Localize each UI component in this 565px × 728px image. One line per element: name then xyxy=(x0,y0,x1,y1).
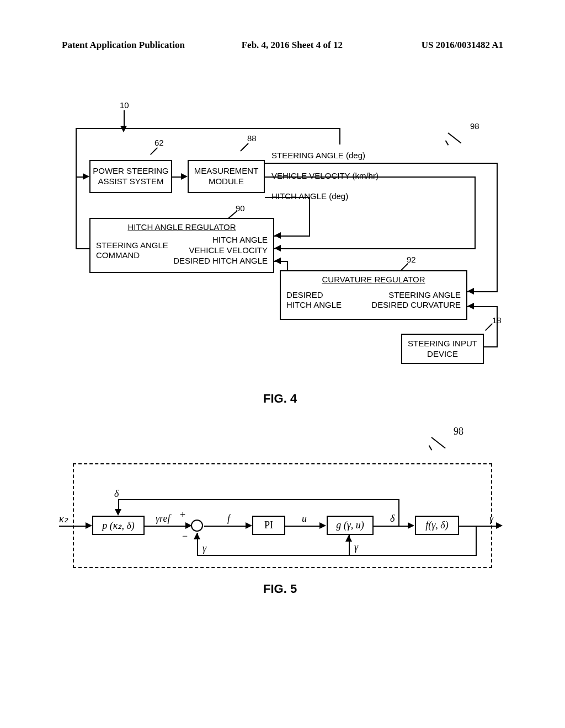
minus-label: − xyxy=(182,531,188,542)
gamma-fb-sum-arrow xyxy=(194,533,200,539)
gamma-fb-sum-label: γ xyxy=(202,543,206,554)
sid-line1: STEERING INPUT xyxy=(408,339,477,349)
mm-line1: MEASUREMENT xyxy=(194,166,259,176)
pi-to-g xyxy=(285,526,319,527)
gamma-out-label: γ xyxy=(489,513,493,524)
cmd-into-ps-arrow xyxy=(83,173,89,180)
k2-line xyxy=(59,526,87,527)
fig4-caption: FIG. 4 xyxy=(263,392,297,406)
cmd-out-h xyxy=(76,248,89,249)
hitch-left-2: COMMAND xyxy=(96,250,168,261)
k2-arrow xyxy=(86,522,92,529)
measurement-module-box: MEASUREMENT MODULE xyxy=(188,160,265,193)
p-function-box: p (κ₂, δ) xyxy=(92,516,145,535)
fig5-caption: FIG. 5 xyxy=(263,582,297,596)
g-to-f xyxy=(374,526,408,527)
f-function-box: f(γ, δ) xyxy=(415,516,459,535)
meas-out-steering: STEERING ANGLE (deg) xyxy=(271,151,365,160)
hitch-left-1: STEERING ANGLE xyxy=(96,240,168,251)
pi-to-g-arrow xyxy=(319,522,326,529)
curv-left-1: DESIRED xyxy=(286,290,342,301)
pi-label: PI xyxy=(264,520,273,531)
lead-92-line xyxy=(401,263,408,271)
curv-in-desired-arrow xyxy=(467,303,474,309)
label-88: 88 xyxy=(247,133,257,143)
pi-controller-box: PI xyxy=(252,516,285,535)
cmd-out-v xyxy=(76,128,77,249)
ps-to-mm-line xyxy=(172,176,182,178)
u-label: u xyxy=(302,513,307,524)
delta-right-v xyxy=(398,499,399,527)
label-92: 92 xyxy=(407,255,416,264)
plus-label: + xyxy=(180,509,185,521)
meas-out-velocity: VEHICLE VELOCITY (km/hr) xyxy=(271,171,379,180)
curv-right-2: DESIRED CURVATURE xyxy=(371,300,461,311)
trunk-hitch xyxy=(309,197,310,235)
steering-input-device-box: STEERING INPUT DEVICE xyxy=(401,334,484,364)
sid-out-v xyxy=(497,334,498,347)
label-18: 18 xyxy=(492,315,502,325)
cmd-out-topright xyxy=(339,128,340,144)
delta-mid-label: δ xyxy=(390,513,395,524)
header-left: Patent Application Publication xyxy=(62,40,185,51)
lead-10-line xyxy=(124,110,125,127)
trunk-velocity xyxy=(475,176,476,249)
sum-to-pi xyxy=(204,526,246,527)
gammaref-label: γref xyxy=(156,513,170,524)
hitch-in-3-arrow xyxy=(274,258,281,264)
lead-18-line xyxy=(485,323,493,331)
header-right: US 2016/0031482 A1 xyxy=(422,40,503,51)
delta-top-label: δ xyxy=(114,488,119,500)
gamma-fb-g-label: γ xyxy=(354,542,358,553)
label-98: 98 xyxy=(470,121,479,131)
mm-out-3 xyxy=(265,197,310,198)
k2-label: κ₂ xyxy=(59,513,68,525)
g-label: g (γ, u) xyxy=(336,520,364,531)
curvature-regulator-box: CURVATURE REGULATOR DESIRED HITCH ANGLE … xyxy=(280,270,467,320)
f-out xyxy=(459,526,497,527)
sum-to-pi-arrow xyxy=(246,522,252,529)
lead-10-arrow xyxy=(120,126,127,132)
label-10: 10 xyxy=(120,100,129,110)
f-arrow-label: f xyxy=(227,513,230,524)
curv-title: CURVATURE REGULATOR xyxy=(322,275,425,284)
trunk-steering xyxy=(497,163,498,292)
hitch-in-2-arrow xyxy=(274,245,281,251)
gamma-fb-g-arrow xyxy=(345,535,352,542)
ps-line1: POWER STEERING xyxy=(93,166,169,176)
hitch-right-1: HITCH ANGLE xyxy=(173,235,268,245)
lead-62-line xyxy=(150,147,158,155)
lead-98-line xyxy=(447,132,461,143)
summing-junction xyxy=(191,520,203,532)
delta-top-h xyxy=(118,499,399,500)
power-steering-box: POWER STEERING ASSIST SYSTEM xyxy=(89,160,172,193)
figure-5: 98 p (κ₂, δ) PI g (γ, u) f(γ, δ) κ₂ δ γr… xyxy=(62,430,503,596)
hitch-in-2 xyxy=(274,248,476,249)
ps-line2: ASSIST SYSTEM xyxy=(98,176,164,187)
hitch-angle-regulator-box: HITCH ANGLE REGULATOR STEERING ANGLE COM… xyxy=(89,218,274,273)
curv-left-2: HITCH ANGLE xyxy=(286,300,342,311)
g-function-box: g (γ, u) xyxy=(327,516,374,535)
mm-line2: MODULE xyxy=(209,176,244,187)
f-out-arrow xyxy=(496,522,503,529)
g-to-f-arrow xyxy=(408,522,414,529)
delta-top-v xyxy=(118,499,119,510)
sid-out xyxy=(484,346,498,347)
curv-right-1: STEERING ANGLE xyxy=(371,290,461,301)
hitch-right-3: DESIRED HITCH ANGLE xyxy=(173,256,268,266)
ps-to-mm-arrow xyxy=(181,173,188,180)
hitch-right-2: VEHICLE VELOCITY xyxy=(173,245,268,256)
delta-top-arrow xyxy=(115,509,121,516)
mm-out-1 xyxy=(265,163,498,164)
hitch-reg-title: HITCH ANGLE REGULATOR xyxy=(127,222,236,232)
lead-88-line xyxy=(240,143,249,152)
sid-line2: DEVICE xyxy=(427,349,458,360)
p-label: p (κ₂, δ) xyxy=(102,520,135,532)
lead-98-tick xyxy=(445,140,449,146)
fig5-lead-98-tick xyxy=(429,445,433,451)
curv-in-steer-arrow xyxy=(467,288,474,295)
figure-4: 98 10 POWER STEERING ASSIST SYSTEM 62 ME… xyxy=(62,83,503,381)
mm-out-2 xyxy=(265,176,476,178)
label-62: 62 xyxy=(154,138,164,147)
p-to-sum xyxy=(145,526,186,527)
